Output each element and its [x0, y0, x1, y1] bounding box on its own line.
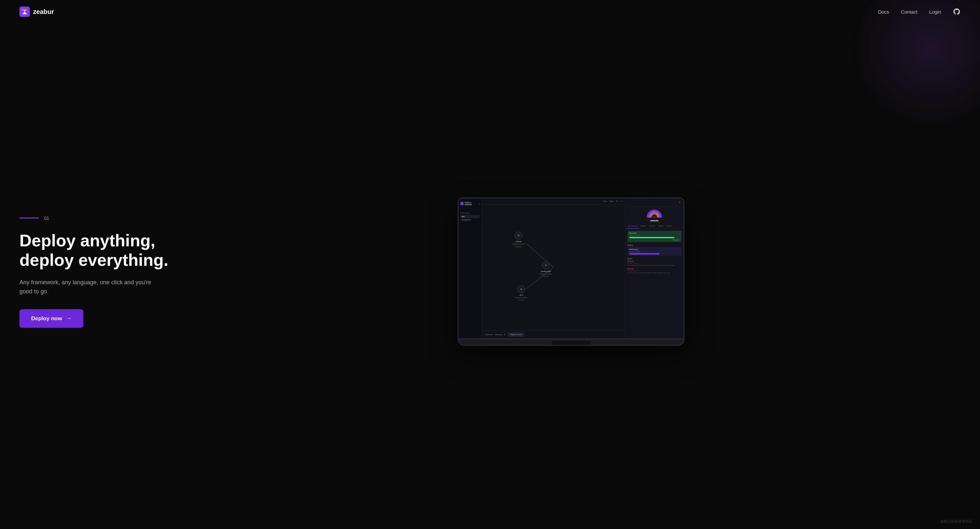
tab-domains[interactable]: Domains	[648, 224, 657, 228]
redeploy-button[interactable]: Redeploy	[629, 239, 679, 241]
hero-left: 01 Deploy anything, deploy everything. A…	[19, 215, 168, 328]
detail-tabs: Deployments Variables Domains Metrics Se…	[625, 224, 684, 229]
arrow-right-icon: →	[66, 315, 72, 322]
navbar: zeabur Docs Contact Login	[0, 0, 980, 23]
history-status-1: Removed	[627, 261, 681, 262]
nav-links: Docs Contact Login	[878, 8, 961, 16]
header-help[interactable]: Help	[609, 200, 613, 202]
node-detail1-website: Deployed 10/20/22	[512, 244, 525, 245]
environments-section: Environment dev production	[460, 212, 480, 221]
logo[interactable]: zeabur	[19, 6, 54, 17]
env-dev[interactable]: dev	[460, 215, 480, 218]
building-label-text: Building	[627, 244, 681, 246]
step-line	[19, 218, 39, 218]
detail-panel-header: ✕	[625, 198, 684, 207]
deploying-commit: Just now: 4038c0f	[629, 251, 679, 252]
hero-title-line2: deploy everything.	[19, 250, 168, 269]
logo-icon	[19, 6, 30, 17]
history-date-2: 10/20/22, 4:36:44	[627, 270, 681, 272]
tab-variables[interactable]: Variables	[639, 224, 648, 228]
laptop-screen: meihur-website ▾ Environment dev product…	[458, 198, 684, 339]
hero-title: Deploy anything, deploy everything.	[19, 231, 168, 270]
history-label-text: History	[627, 258, 681, 260]
deploy-service-button[interactable]: Deploy Service	[508, 333, 524, 336]
hero-section: 01 Deploy anything, deploy everything. A…	[0, 23, 980, 526]
env-production[interactable]: production	[460, 218, 480, 221]
nav-login[interactable]: Login	[929, 9, 941, 14]
node-label-website: website	[515, 241, 522, 242]
dashboard-bottom: Overview Running 1 Deploy Service	[482, 330, 625, 338]
node-detail2-website: 8 Build Hrs	[515, 246, 522, 248]
header-settings[interactable]: ⚙	[616, 200, 618, 202]
nav-contact[interactable]: Contact	[901, 9, 918, 14]
node-detail1-landing: Deployed 10/19/22	[540, 273, 552, 275]
detail-body: Running 4 minutes 3d61a4 Redeploy Buildi…	[625, 229, 684, 338]
building-section: Building Deploying Just now: 4038c0f	[627, 244, 681, 256]
tab-metrics[interactable]: Metrics	[657, 224, 665, 228]
history-section: History Removed 10/20/22, 4:36:44 chore:…	[627, 258, 681, 274]
service-node-website[interactable]: N website Deployed 10/20/22 8 Build Hrs	[512, 232, 525, 248]
node-detail1-docs: Deployed 10/20/22	[515, 297, 528, 298]
sidebar-dropdown-icon[interactable]: ▾	[479, 202, 480, 205]
laptop-notch	[552, 341, 590, 345]
node-detail2-landing: 4:35 PM	[543, 276, 549, 277]
history-status-2: Removed	[627, 268, 681, 270]
overview-label: Overview	[485, 333, 493, 336]
node-label-landing: landing-page	[541, 270, 551, 272]
node-label-docs: docs	[520, 294, 523, 296]
history-item-1: Removed 10/20/22, 4:36:44 chore: fix dep…	[627, 261, 681, 266]
running-label: Running	[495, 333, 502, 336]
sidebar-brand-icon	[460, 202, 463, 205]
laptop-body	[458, 339, 684, 346]
node-icon-docs: N	[517, 285, 525, 293]
service-nodes: N website Deployed 10/20/22 8 Build Hrs …	[485, 208, 622, 327]
footer-note: @精土担金技术社区	[940, 519, 972, 524]
service-detail-panel: ✕ N website	[625, 198, 684, 338]
running-progress-bar	[629, 237, 675, 238]
svg-text:N: N	[654, 217, 655, 218]
running-label-text: Running	[629, 232, 679, 234]
running-deployment: Running 4 minutes 3d61a4 Redeploy	[627, 231, 681, 242]
logo-text: zeabur	[33, 8, 54, 16]
nav-docs[interactable]: Docs	[878, 9, 889, 14]
dashboard-content: N website Deployed 10/20/22 8 Build Hrs …	[482, 204, 625, 330]
dashboard-ui: meihur-website ▾ Environment dev product…	[458, 198, 684, 338]
header-close[interactable]: ✕	[620, 200, 622, 202]
node-icon-landing: N	[542, 261, 550, 269]
deploying-progress-bar	[629, 253, 660, 255]
deploy-now-button[interactable]: Deploy now →	[19, 309, 83, 328]
hero-right: meihur-website ▾ Environment dev product…	[181, 198, 961, 346]
node-icon-website: N	[515, 232, 522, 239]
service-node-landing[interactable]: N landing-page Deployed 10/19/22 4:35 PM	[540, 261, 552, 277]
laptop-mockup: meihur-website ▾ Environment dev product…	[458, 198, 684, 346]
svg-rect-1	[22, 9, 27, 10]
deploy-btn-label: Deploy now	[31, 315, 62, 322]
tab-settings[interactable]: Settings	[665, 224, 673, 228]
sidebar-project-name: meihur-website	[465, 202, 477, 206]
hero-subtitle: Any framework, any language, one click a…	[19, 278, 156, 296]
deploying-status-card: Deploying Just now: 4038c0f	[627, 247, 681, 256]
detail-service-name: website	[625, 218, 684, 223]
dashboard-main: Docs Help ⚙ ✕	[482, 198, 625, 338]
running-commit: 4 minutes 3d61a4	[629, 235, 679, 236]
tab-deployments[interactable]: Deployments	[627, 224, 639, 228]
detail-close-button[interactable]: ✕	[679, 201, 681, 204]
github-icon[interactable]	[953, 8, 961, 16]
step-number: 01	[44, 215, 49, 221]
env-label: Environment	[460, 212, 480, 214]
history-text-2: chore: update deps following TailwindCSS…	[627, 272, 681, 274]
dashboard-sidebar: meihur-website ▾ Environment dev product…	[458, 198, 482, 338]
hero-title-line1: Deploy anything,	[19, 231, 155, 250]
history-date-1: 10/20/22, 4:36:44	[627, 263, 681, 264]
service-node-docs[interactable]: N docs Deployed 10/20/22 5:54 PM	[515, 285, 528, 301]
dashboard-header: Docs Help ⚙ ✕	[482, 198, 625, 204]
running-status-card: Running 4 minutes 3d61a4 Redeploy	[627, 231, 681, 242]
history-text-1: chore: fix deploy 4.0.0 foo bar baz qux …	[627, 264, 681, 266]
service-rainbow-container: N website	[625, 207, 684, 224]
connector-lines	[485, 208, 622, 327]
header-docs[interactable]: Docs	[603, 200, 607, 202]
deploying-label-text: Deploying	[629, 248, 679, 250]
rainbow-arc-icon: N	[646, 209, 663, 218]
running-count: 1	[504, 333, 505, 336]
history-item-2: Removed 10/20/22, 4:36:44 chore: update …	[627, 268, 681, 274]
